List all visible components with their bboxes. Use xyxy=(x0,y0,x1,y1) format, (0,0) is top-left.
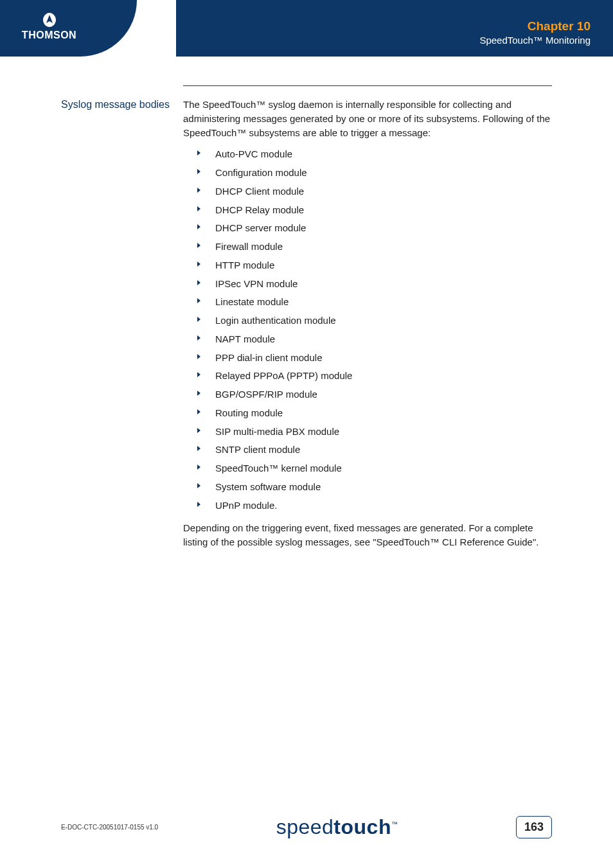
module-list-item: HTTP module xyxy=(197,258,552,272)
section-row: Syslog message bodies The SpeedTouch™ sy… xyxy=(61,98,552,549)
module-list-item: UPnP module. xyxy=(197,499,552,513)
section-divider xyxy=(183,85,552,86)
chapter-title: Chapter 10 xyxy=(176,19,591,33)
section-outro: Depending on the triggering event, fixed… xyxy=(183,521,552,549)
page-content: Syslog message bodies The SpeedTouch™ sy… xyxy=(0,57,613,549)
brand-tm: ™ xyxy=(391,820,398,828)
section-intro: The SpeedTouch™ syslog daemon is interna… xyxy=(183,98,552,139)
document-id: E-DOC-CTC-20051017-0155 v1.0 xyxy=(61,824,158,831)
brand-name: THOMSON xyxy=(18,30,80,41)
module-list-item: DHCP Relay module xyxy=(197,203,552,217)
brand-bold: touch xyxy=(333,815,391,838)
module-list-item: Configuration module xyxy=(197,166,552,180)
module-list-item: Login authentication module xyxy=(197,314,552,328)
module-list-item: IPSec VPN module xyxy=(197,277,552,291)
module-list: Auto-PVC moduleConfiguration moduleDHCP … xyxy=(183,147,552,512)
module-list-item: Firewall module xyxy=(197,240,552,254)
brand-light: speed xyxy=(276,815,334,838)
page-footer: E-DOC-CTC-20051017-0155 v1.0 speedtouch™… xyxy=(0,815,613,839)
header-bar: THOMSON Chapter 10 SpeedTouch™ Monitorin… xyxy=(0,0,613,57)
section-heading: Syslog message bodies xyxy=(61,98,183,111)
chapter-header: Chapter 10 SpeedTouch™ Monitoring xyxy=(176,0,613,57)
module-list-item: BGP/OSPF/RIP module xyxy=(197,387,552,402)
module-list-item: SIP multi-media PBX module xyxy=(197,425,552,439)
module-list-item: PPP dial-in client module xyxy=(197,351,552,365)
module-list-item: NAPT module xyxy=(197,332,552,346)
module-list-item: DHCP server module xyxy=(197,221,552,235)
module-list-item: Relayed PPPoA (PPTP) module xyxy=(197,369,552,383)
module-list-item: Routing module xyxy=(197,406,552,420)
thomson-logo-icon xyxy=(41,12,58,28)
module-list-item: System software module xyxy=(197,480,552,494)
module-list-item: DHCP Client module xyxy=(197,184,552,199)
speedtouch-logo: speedtouch™ xyxy=(276,815,398,839)
module-list-item: Auto-PVC module xyxy=(197,147,552,161)
page-number: 163 xyxy=(516,816,552,838)
module-list-item: SNTP client module xyxy=(197,443,552,457)
section-body: The SpeedTouch™ syslog daemon is interna… xyxy=(183,98,552,549)
brand-logo-area: THOMSON xyxy=(0,0,80,57)
module-list-item: SpeedTouch™ kernel module xyxy=(197,461,552,475)
module-list-item: Linestate module xyxy=(197,295,552,309)
chapter-subtitle: SpeedTouch™ Monitoring xyxy=(176,35,591,46)
